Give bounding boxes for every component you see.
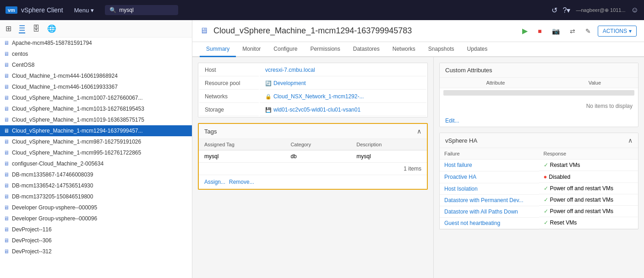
sidebar-item[interactable]: 🖥 Cloud_vSphere_Machine_1-mcm1013-162768… bbox=[0, 103, 192, 114]
sidebar-item[interactable]: 🖥 centos bbox=[0, 48, 192, 59]
vm-item-icon: 🖥 bbox=[4, 193, 9, 200]
search-icon: 🔍 bbox=[109, 7, 116, 13]
vm-item-icon: 🖥 bbox=[4, 95, 9, 101]
menu-button[interactable]: Menu ▾ bbox=[71, 5, 98, 16]
tags-card: Tags ∧ Assigned Tag Category Description bbox=[198, 123, 428, 190]
grid-icon[interactable]: ⊞ bbox=[5, 24, 11, 33]
edit-icon[interactable]: ✎ bbox=[582, 26, 594, 37]
storage-icon: 💾 bbox=[265, 107, 272, 113]
sidebar-item[interactable]: 🖥 Cloud_vSphere_Machine_1-mcm995-1627617… bbox=[0, 147, 192, 158]
ha-row: Host failure ✓ Restart VMs bbox=[440, 160, 638, 171]
database-icon[interactable]: 🗄 bbox=[33, 25, 40, 33]
label-resource-pool: Resource pool bbox=[199, 77, 259, 90]
ha-failure[interactable]: Guest not heartbeating bbox=[440, 217, 539, 229]
monitor-icon[interactable]: ☰ bbox=[19, 24, 25, 33]
actions-chevron: ▾ bbox=[629, 28, 632, 34]
col-failure: Failure bbox=[440, 148, 539, 160]
ha-failure[interactable]: Proactive HA bbox=[440, 171, 539, 183]
sidebar-item-label: DevProject--312 bbox=[12, 248, 52, 255]
actions-label: ACTIONS bbox=[603, 28, 627, 34]
ha-response: ✓ Restart VMs bbox=[539, 160, 639, 171]
ha-failure[interactable]: Host Isolation bbox=[440, 183, 539, 194]
sidebar-item-label: Developer Group-vsphere--000096 bbox=[12, 215, 97, 222]
ha-response: ✓ Reset VMs bbox=[539, 217, 639, 229]
globe-icon[interactable]: 🌐 bbox=[47, 24, 56, 33]
remove-button[interactable]: Remove... bbox=[229, 179, 254, 185]
value-host[interactable]: vcresxi-7.cmbu.local bbox=[260, 64, 426, 76]
tags-collapse-icon[interactable]: ∧ bbox=[417, 128, 421, 135]
assign-button[interactable]: Assign... bbox=[204, 179, 225, 185]
tab-networks[interactable]: Networks bbox=[386, 42, 422, 57]
tags-title: Tags bbox=[204, 128, 217, 135]
help-icon[interactable]: ?▾ bbox=[563, 6, 571, 15]
tab-snapshots[interactable]: Snapshots bbox=[422, 42, 461, 57]
value-resource-pool[interactable]: 🔄 Development bbox=[260, 77, 426, 90]
vm-details-table: Host vcresxi-7.cmbu.local Resource pool … bbox=[198, 63, 427, 117]
tab-datastores[interactable]: Datastores bbox=[347, 42, 386, 57]
sidebar-item[interactable]: 🖥 CentOS8 bbox=[0, 59, 192, 70]
check-icon: ✓ bbox=[544, 185, 548, 192]
ha-failure[interactable]: Host failure bbox=[440, 160, 539, 171]
sidebar-icon-bar: ⊞ ☰ 🗄 🌐 bbox=[0, 20, 192, 37]
migrate-icon[interactable]: ⇄ bbox=[567, 26, 579, 37]
actions-button[interactable]: ACTIONS ▾ bbox=[598, 26, 637, 37]
sidebar-item[interactable]: 🖥 Developer Group-vsphere--000095 bbox=[0, 202, 192, 213]
vm-logo: vm bbox=[5, 6, 17, 14]
tags-row: mysql db mysql bbox=[199, 150, 427, 163]
sidebar-item-selected[interactable]: 🖥 Cloud_vSphere_Machine_1-mcm1294-163799… bbox=[0, 125, 192, 136]
scrollbar[interactable] bbox=[443, 90, 634, 96]
stop-icon[interactable]: ■ bbox=[535, 26, 545, 37]
edit-link[interactable]: Edit... bbox=[440, 115, 638, 127]
ha-response-text: Power off and restart VMs bbox=[550, 185, 614, 192]
vm-item-icon: 🖥 bbox=[4, 171, 9, 178]
sidebar-item-label: Cloud_vSphere_Machine_1-mcm1294-16379994… bbox=[12, 128, 143, 134]
right-panel: Custom Attributes Attribute Value No ite… bbox=[433, 57, 644, 278]
sidebar-item[interactable]: 🖥 DB-mcm1336542-147536514930 bbox=[0, 180, 192, 191]
sidebar-item[interactable]: 🖥 DevProject--116 bbox=[0, 224, 192, 235]
vm-item-icon: 🖥 bbox=[4, 51, 9, 57]
sidebar-item-label: Apache-mcm485-158781591794 bbox=[12, 40, 92, 46]
sidebar-item[interactable]: 🖥 Apache-mcm485-158781591794 bbox=[0, 37, 192, 48]
play-icon[interactable]: ▶ bbox=[519, 25, 531, 37]
vsphere-ha-collapse-icon[interactable]: ∧ bbox=[628, 137, 633, 144]
brand: vm vSphere Client bbox=[5, 6, 63, 14]
tab-summary[interactable]: Summary bbox=[200, 42, 236, 57]
sidebar-item[interactable]: 🖥 DB-mcm1373205-150846519800 bbox=[0, 191, 192, 202]
sidebar-item[interactable]: 🖥 Cloud_vSphere_Machine_1-mcm1007-162766… bbox=[0, 92, 192, 103]
search-bar[interactable]: 🔍 bbox=[105, 5, 178, 15]
ha-response-text: Disabled bbox=[549, 174, 570, 180]
snapshot-icon[interactable]: 📷 bbox=[549, 26, 563, 37]
sidebar-item[interactable]: 🖥 Cloud_vSphere_Machine_1-mcm1019-163638… bbox=[0, 114, 192, 125]
tag-description: mysql bbox=[351, 150, 427, 163]
sidebar-item[interactable]: 🖥 Cloud_Machine_1-mcm444-160619868924 bbox=[0, 70, 192, 81]
search-input[interactable] bbox=[119, 7, 165, 13]
navbar: vm vSphere Client Menu ▾ 🔍 ↺ ?▾ —nagbeer… bbox=[0, 0, 644, 20]
sidebar-item[interactable]: 🖥 Developer Group-vsphere--000096 bbox=[0, 213, 192, 224]
tab-updates[interactable]: Updates bbox=[461, 42, 494, 57]
vm-item-icon: 🖥 bbox=[4, 204, 9, 211]
refresh-icon[interactable]: ↺ bbox=[551, 6, 557, 15]
ha-failure[interactable]: Datastore with Permanent Dev... bbox=[440, 194, 539, 206]
table-row: Host vcresxi-7.cmbu.local bbox=[199, 64, 426, 76]
sidebar-item[interactable]: 🖥 configuser-Cloud_Machine_2-005634 bbox=[0, 158, 192, 169]
sidebar-item-label: Cloud_vSphere_Machine_1-mcm1019-16363857… bbox=[12, 117, 144, 123]
vsphere-ha-title: vSphere HA bbox=[445, 137, 477, 144]
sidebar-item[interactable]: 🖥 DB-mcm1335867-147466008039 bbox=[0, 169, 192, 180]
user-info[interactable]: —nagbeer@⊕ 1011... bbox=[576, 7, 625, 13]
tab-permissions[interactable]: Permissions bbox=[304, 42, 346, 57]
value-storage[interactable]: 💾 wld01-sc2vc05-wld01-clu01-vsan01 bbox=[260, 104, 426, 116]
check-icon: ✓ bbox=[544, 197, 548, 203]
sidebar-item[interactable]: 🖥 Cloud_Machine_1-mcm446-160619933367 bbox=[0, 81, 192, 92]
sidebar-item[interactable]: 🖥 DevProject--306 bbox=[0, 235, 192, 246]
tab-monitor[interactable]: Monitor bbox=[236, 42, 267, 57]
sidebar-item[interactable]: 🖥 Cloud_vSphere_Machine_1-mcm987-1627591… bbox=[0, 136, 192, 147]
value-networks[interactable]: 🔒 Cloud_NSX_Network_1-mcm1292-... bbox=[260, 91, 426, 103]
check-icon: ✓ bbox=[544, 208, 548, 214]
user-avatar-icon[interactable]: ☺ bbox=[631, 6, 639, 14]
sidebar-item[interactable]: 🖥 DevProject--312 bbox=[0, 246, 192, 257]
ha-row: Host Isolation ✓ Power off and restart V… bbox=[440, 183, 638, 194]
vm-item-icon: 🖥 bbox=[4, 62, 9, 68]
ha-response: ● Disabled bbox=[539, 171, 639, 183]
tab-configure[interactable]: Configure bbox=[267, 42, 304, 57]
ha-failure[interactable]: Datastore with All Paths Down bbox=[440, 206, 539, 217]
